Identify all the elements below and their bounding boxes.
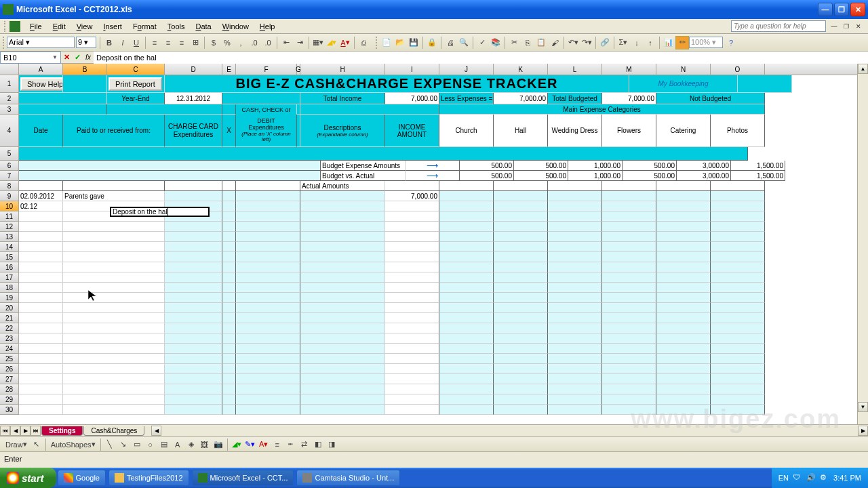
col-header-C[interactable]: C: [107, 64, 165, 75]
menu-file[interactable]: FFileile: [24, 21, 47, 32]
line-button[interactable]: ╲: [103, 438, 117, 451]
percent-button[interactable]: %: [220, 36, 234, 49]
row-header-16[interactable]: 16: [0, 262, 19, 272]
cell[interactable]: [19, 405, 63, 415]
font-combo[interactable]: Arial ▾: [7, 37, 75, 48]
col-header-B[interactable]: B: [63, 64, 107, 75]
increase-decimal-button[interactable]: .0: [248, 36, 261, 49]
excel-doc-icon[interactable]: [9, 21, 20, 32]
menu-window[interactable]: Window: [217, 21, 254, 32]
budget-catering[interactable]: 3,000.00: [677, 161, 731, 171]
cell-I9[interactable]: 7,000.00: [385, 191, 439, 201]
textbox-button[interactable]: ▤: [157, 438, 171, 451]
menu-edit[interactable]: Edit: [47, 21, 71, 32]
cell[interactable]: [19, 303, 63, 313]
menu-view[interactable]: View: [71, 21, 98, 32]
scroll-down-button[interactable]: ▼: [858, 402, 868, 412]
row-header-24[interactable]: 24: [0, 344, 19, 354]
cat-wedding-dress[interactable]: Wedding Dress: [548, 115, 602, 147]
row-header-23[interactable]: 23: [0, 333, 19, 344]
scroll-up-button[interactable]: ▲: [858, 64, 868, 74]
row-header-7[interactable]: 7: [0, 171, 19, 181]
cell[interactable]: [19, 394, 63, 405]
cell-A9[interactable]: 02.09.2012: [19, 191, 63, 201]
print-preview-button[interactable]: 🔍: [457, 36, 471, 49]
picture-button[interactable]: 📷: [212, 438, 225, 451]
wordart-button[interactable]: A: [171, 438, 184, 451]
drawing-button[interactable]: ✏: [675, 36, 689, 49]
spelling-button[interactable]: ✓: [475, 36, 489, 49]
cell[interactable]: [19, 323, 63, 333]
row-header-30[interactable]: 30: [0, 405, 19, 415]
horizontal-scrollbar[interactable]: ◀ ▶: [151, 426, 868, 436]
save-button[interactable]: 💾: [407, 36, 420, 49]
dash-style-button[interactable]: ┅: [284, 438, 298, 451]
name-box[interactable]: B10▼: [0, 52, 61, 64]
zoom-combo[interactable]: 100% ▾: [689, 37, 723, 48]
cat-church[interactable]: Church: [439, 115, 494, 147]
align-center-button[interactable]: ≡: [161, 36, 175, 49]
col-header-E[interactable]: E: [222, 64, 236, 75]
clock[interactable]: 3:41 PM: [833, 474, 861, 482]
col-header-J[interactable]: J: [439, 64, 494, 75]
taskbar-camtasia[interactable]: Camtasia Studio - Unt...: [296, 470, 400, 486]
3d-button[interactable]: ◨: [325, 438, 338, 451]
format-painter-button[interactable]: 🖌: [548, 36, 561, 49]
row-header-13[interactable]: 13: [0, 232, 19, 242]
cell[interactable]: [19, 262, 63, 272]
sheet-tab-settings[interactable]: Settings: [41, 426, 83, 436]
cell[interactable]: [19, 252, 63, 262]
tab-nav-next[interactable]: ▶: [20, 426, 31, 436]
total-income-value[interactable]: 7,000.00: [385, 93, 439, 104]
row-header-9[interactable]: 9: [0, 191, 19, 201]
language-indicator[interactable]: EN: [778, 474, 789, 482]
merge-center-button[interactable]: ⊞: [189, 36, 202, 49]
row-header-21[interactable]: 21: [0, 313, 19, 323]
tray-icon[interactable]: ⚙: [820, 473, 829, 483]
row-header-3[interactable]: 3: [0, 104, 19, 115]
font-color-draw-button[interactable]: A▾: [257, 438, 271, 451]
col-header-I[interactable]: I: [385, 64, 439, 75]
cat-catering[interactable]: Catering: [656, 115, 711, 147]
my-bookkeeping-link[interactable]: My Bookkeeping: [629, 75, 738, 93]
permission-button[interactable]: 🔒: [425, 36, 439, 49]
comma-button[interactable]: ,: [234, 36, 248, 49]
row-header-29[interactable]: 29: [0, 394, 19, 405]
underline-button[interactable]: U: [130, 36, 143, 49]
row-header-19[interactable]: 19: [0, 293, 19, 303]
row-header-28[interactable]: 28: [0, 384, 19, 394]
less-expenses-value[interactable]: 7,000.00: [494, 93, 548, 104]
insert-function-button[interactable]: fx: [83, 52, 94, 63]
vertical-scrollbar[interactable]: ▲ ▼: [857, 64, 868, 424]
cell[interactable]: [19, 222, 63, 232]
diagram-button[interactable]: ◈: [184, 438, 198, 451]
minimize-button[interactable]: —: [818, 3, 833, 16]
cell[interactable]: [19, 364, 63, 374]
shadow-button[interactable]: ◧: [311, 438, 325, 451]
arrow-button[interactable]: ↘: [117, 438, 130, 451]
increase-indent-button[interactable]: ⇥: [293, 36, 307, 49]
research-button[interactable]: 📚: [489, 36, 502, 49]
cells-area[interactable]: Show Help Print Report BIG E-Z CASH&CHAR…: [19, 75, 857, 415]
row-header-27[interactable]: 27: [0, 374, 19, 384]
row-header-26[interactable]: 26: [0, 364, 19, 374]
row-header-18[interactable]: 18: [0, 283, 19, 293]
tab-nav-prev[interactable]: ◀: [10, 426, 20, 436]
cell[interactable]: [19, 313, 63, 323]
decrease-indent-button[interactable]: ⇤: [279, 36, 293, 49]
bold-button[interactable]: B: [102, 36, 116, 49]
doc-close-button[interactable]: ✕: [853, 22, 864, 31]
row-header-11[interactable]: 11: [0, 211, 19, 222]
line-color-button[interactable]: ✎▾: [243, 438, 257, 451]
align-right-button[interactable]: ≡: [175, 36, 189, 49]
sort-desc-button[interactable]: ↑: [644, 36, 657, 49]
cell[interactable]: [19, 344, 63, 354]
year-end-date[interactable]: 12.31.2012: [165, 93, 222, 104]
cell-editor[interactable]: Deposit on the hal: [110, 207, 210, 217]
autosum-button[interactable]: Σ▾: [616, 36, 630, 49]
cat-photos[interactable]: Photos: [711, 115, 765, 147]
line-style-button[interactable]: ≡: [271, 438, 284, 451]
row-header-15[interactable]: 15: [0, 252, 19, 262]
new-button[interactable]: 📄: [380, 36, 393, 49]
cut-button[interactable]: ✂: [507, 36, 521, 49]
